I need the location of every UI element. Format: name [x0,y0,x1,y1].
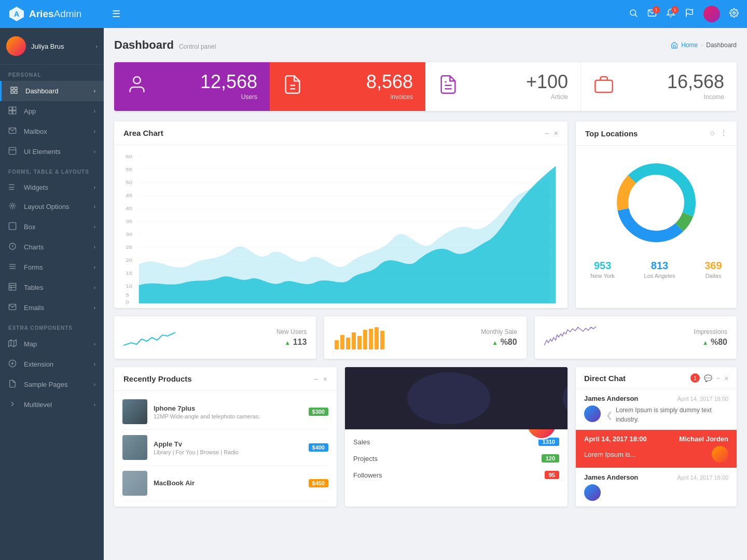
stat-card-income-info: 16,568 Income [667,73,724,101]
mail-button[interactable]: 1 [647,8,657,20]
svg-marker-28 [9,340,17,346]
chat-highlight-text: Lorem Ipsum is... [584,451,708,458]
impressions-sparkline [544,325,596,351]
sidebar-item-sample-pages[interactable]: Sample Pages › [0,374,104,395]
sidebar-item-forms[interactable]: Forms › [0,257,104,277]
svg-rect-14 [13,111,16,114]
sidebar-item-app[interactable]: App › [0,101,104,121]
sidebar-label-widgets: Widgets [24,184,94,191]
search-button[interactable] [629,8,638,20]
charts-icon [8,242,19,252]
svg-rect-11 [9,107,12,110]
dallas-label: Dallas [704,273,722,279]
area-chart-header: Area Chart − × [114,121,568,145]
multilevel-icon [8,400,19,410]
sidebar-item-ui-elements[interactable]: UI Elements › [0,142,104,162]
svg-rect-92 [357,336,362,349]
recently-products-actions: − × [314,375,327,383]
sidebar-item-mailbox[interactable]: Mailbox › [0,121,104,142]
sidebar-item-widgets[interactable]: ☰ Widgets › [0,178,104,197]
product-item-iphone: Iphone 7plus 12MP Wide-angle and telepho… [122,394,328,430]
sidebar-item-extension[interactable]: Extension › [0,354,104,374]
svg-rect-93 [363,330,367,349]
chat-actions: 1 💬 − × [690,373,728,383]
tables-icon [8,283,19,292]
avatar-button[interactable] [703,6,720,22]
more-button[interactable]: ⋮ [720,129,727,138]
sidebar-user[interactable]: Juliya Brus › [0,28,104,65]
new-york-label: New York [590,273,614,279]
chat-title: Direct Chat [584,374,626,383]
sidebar-label-layout-options: Layout Options [24,203,94,211]
page-title: Dashboard [114,38,174,52]
sidebar-label-tables: Tables [24,284,94,291]
new-users-trend-icon: ▲ [284,339,290,346]
product-price-apple-tv: $400 [309,443,328,452]
svg-rect-24 [9,283,16,290]
sidebar-item-box[interactable]: Box › [0,217,104,237]
chat-minimize-button[interactable]: − [716,374,721,382]
chat-msg-header-highlight: April 14, 2017 18:00 Michael Jorden [584,435,728,443]
impressions-value: ▲ %80 [694,338,727,347]
home-icon [671,41,678,49]
minimize-button[interactable]: − [545,129,549,137]
chat-close-button[interactable]: × [724,374,728,382]
sidebar-item-charts[interactable]: Charts › [0,237,104,257]
minimize-products-button[interactable]: − [314,375,318,383]
locations-stats: 953 New York 813 Los Angeles 369 Dallas [576,255,737,287]
sidebar-item-dashboard[interactable]: Dashboard › [0,81,104,101]
svg-text:25: 25 [126,245,133,250]
svg-point-2 [630,10,636,16]
svg-text:35: 35 [126,219,133,224]
chat-body-3 [584,484,728,501]
sidebar-item-multilevel[interactable]: Multilevel › [0,395,104,415]
svg-text:20: 20 [126,258,133,263]
chat-arrow-icon: ❮ [606,410,613,420]
recently-products-title: Recently Products [123,374,192,383]
sidebar-item-layout-options[interactable]: Layout Options › [0,197,104,217]
mailbox-icon [8,127,19,136]
notifications-button[interactable]: 1 [666,8,675,20]
sidebar-label-box: Box [24,223,94,231]
topnav: A AriesAdmin ☰ 1 1 [0,0,747,28]
breadcrumb-home[interactable]: Home [681,41,698,49]
project-badge-followers: 95 [545,471,559,479]
sidebar-user-name: Juliya Brus [31,43,96,50]
svg-rect-40 [595,80,612,92]
page-subtitle: Control panel [179,43,216,50]
close-button[interactable]: × [554,129,558,137]
breadcrumb: Home › Dashboard [671,41,737,49]
location-los-angeles: 813 Los Angeles [644,260,675,279]
sidebar-section-forms: FORMS, TABLE & LAYOUTS [0,162,104,178]
sidebar-item-tables[interactable]: Tables › [0,277,104,298]
stat-card-article-info: +100 Article [526,73,568,101]
circle-button[interactable]: ○ [710,129,715,138]
chat-comment-icon[interactable]: 💬 [704,374,712,382]
dashboard-icon [10,86,20,96]
area-chart-card: Area Chart − × 60 55 50 45 40 35 [114,121,568,308]
new-users-value: ▲ 113 [276,338,307,347]
product-thumb-apple-tv [122,435,147,460]
income-icon [593,74,614,99]
svg-rect-12 [13,107,16,110]
stat-card-invoices: 8,568 Invoices [270,62,425,111]
product-item-apple-tv: Apple Tv Library | For You | Browse | Ra… [122,430,328,466]
settings-button[interactable] [729,8,739,20]
svg-rect-19 [9,222,16,229]
content-grid: Area Chart − × 60 55 50 45 40 35 [114,121,737,308]
sidebar-item-emails[interactable]: Emails › [0,298,104,318]
svg-text:0: 0 [126,300,130,305]
donut-chart-svg [610,156,703,249]
sidebar-item-map[interactable]: Map › [0,334,104,354]
chat-sender-1: James Anderson [584,395,638,402]
svg-rect-89 [340,335,344,349]
bottom-row: Recently Products − × Iphone 7plus 12MP … [114,367,737,507]
impressions-label: Impressions [694,328,727,335]
area-chart-svg: 60 55 50 45 40 35 30 25 20 15 10 5 0 [119,150,562,306]
extension-icon [8,359,19,369]
svg-text:45: 45 [126,193,133,198]
hamburger-button[interactable]: ☰ [112,8,120,20]
close-products-button[interactable]: × [323,375,327,383]
sidebar-label-mailbox: Mailbox [24,128,94,135]
flag-button[interactable] [685,8,694,20]
